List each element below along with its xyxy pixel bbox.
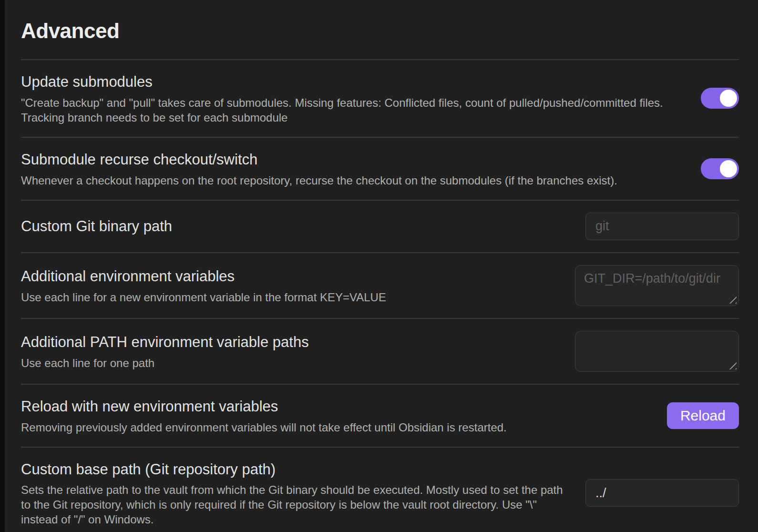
setting-row-submodule-recurse: Submodule recurse checkout/switch Whenev… [21,138,739,201]
window-left-edge [0,0,5,532]
base-path-input[interactable] [585,479,739,507]
setting-description: Removing previously added environment va… [21,420,655,435]
setting-control [701,88,739,109]
setting-info: Custom base path (Git repository path) S… [21,460,573,527]
setting-info: Update submodules "Create backup" and "p… [21,72,688,125]
setting-name: Custom base path (Git repository path) [21,460,573,480]
setting-control [575,331,739,372]
setting-control: Reload [667,402,739,429]
setting-row-custom-base-path: Custom base path (Git repository path) S… [21,448,739,532]
setting-control [575,265,739,306]
setting-name: Additional PATH environment variable pat… [21,332,563,352]
setting-row-path-env-variables: Additional PATH environment variable pat… [21,319,739,385]
setting-control [585,479,739,507]
setting-info: Additional environment variables Use eac… [21,266,563,305]
setting-row-env-variables: Additional environment variables Use eac… [21,253,739,319]
setting-description: Use each line for a new environment vari… [21,290,563,305]
git-binary-path-input[interactable] [585,213,739,240]
setting-name: Reload with new environment variables [21,397,655,417]
setting-name: Submodule recurse checkout/switch [21,150,688,170]
submodule-recurse-toggle[interactable] [701,158,739,179]
reload-button[interactable]: Reload [667,402,739,429]
setting-info: Reload with new environment variables Re… [21,397,655,435]
setting-name: Update submodules [21,72,688,92]
update-submodules-toggle[interactable] [701,88,739,109]
settings-page-advanced: Advanced Update submodules "Create backu… [5,0,758,532]
setting-description: Use each line for one path [21,356,563,370]
textarea-wrapper [575,331,739,372]
page-title: Advanced [21,19,739,60]
setting-description: Sets the relative path to the vault from… [21,482,573,527]
setting-control [701,158,739,179]
setting-row-update-submodules: Update submodules "Create backup" and "p… [21,60,739,138]
textarea-wrapper [575,265,739,306]
setting-row-reload-env: Reload with new environment variables Re… [21,385,739,448]
env-variables-textarea[interactable] [575,265,739,306]
setting-description: Whenever a checkout happens on the root … [21,173,688,188]
setting-name: Custom Git binary path [21,216,573,236]
setting-name: Additional environment variables [21,266,563,286]
setting-row-git-binary-path: Custom Git binary path [21,201,739,253]
setting-description: "Create backup" and "pull" takes care of… [21,95,688,125]
setting-control [585,213,739,240]
toggle-knob [720,160,737,177]
setting-info: Additional PATH environment variable pat… [21,332,563,370]
setting-info: Submodule recurse checkout/switch Whenev… [21,150,688,188]
toggle-knob [720,90,737,107]
setting-info: Custom Git binary path [21,216,573,236]
path-env-variables-textarea[interactable] [575,331,739,372]
